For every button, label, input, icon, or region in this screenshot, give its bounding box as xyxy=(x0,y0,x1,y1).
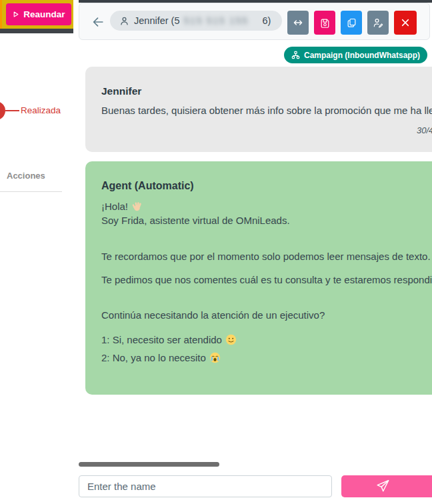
message-line: 1: Si, necesito ser atendido xyxy=(101,333,432,347)
arrow-left-icon xyxy=(91,15,105,29)
message-author: Agent (Automatic) xyxy=(101,180,432,192)
sitemap-icon xyxy=(291,51,300,59)
agent-message-bubble: Agent (Automatic) ¡Hola! Soy Frida, asis… xyxy=(85,161,432,395)
message-text: ¡Hola! xyxy=(101,199,128,213)
actions-section-label: Acciones xyxy=(7,171,45,181)
contact-name: Jennifer (5 xyxy=(134,15,180,26)
message-text: Te recordamos que por el momento solo po… xyxy=(101,249,432,263)
campaign-badge: Campaign (InboundWhatsapp) xyxy=(284,47,427,63)
whatsapp-conversation-view: Reaundar Realizada Acciones Jennifer (55… xyxy=(0,0,432,504)
status-timeline-dot xyxy=(0,101,5,120)
message-text: 1: Si, necesito ser atendido xyxy=(101,333,222,347)
send-button[interactable] xyxy=(341,475,432,497)
status-timeline-connector xyxy=(5,110,19,111)
message-line: Continúa necesitando la atención de un e… xyxy=(101,308,432,322)
message-text: Te pedimos que nos comentes cuál es tu c… xyxy=(101,273,432,287)
message-text: 2: No, ya no lo necesito xyxy=(101,351,206,365)
message-line: 2: No, ya no lo necesito xyxy=(101,351,432,365)
horizontal-scrollbar[interactable] xyxy=(79,462,219,467)
masked-phone-number: 515 515 155 xyxy=(184,15,259,26)
play-icon xyxy=(12,11,19,18)
back-button[interactable] xyxy=(90,15,106,31)
contact-chip[interactable]: Jennifer (5515 515 1556) xyxy=(110,11,282,31)
message-line: Te pedimos que nos comentes cuál es tu c… xyxy=(101,273,432,287)
message-timestamp: 30/4 xyxy=(417,125,432,135)
waving-hand-emoji xyxy=(131,201,143,212)
paper-plane-icon xyxy=(375,479,390,493)
save-button[interactable] xyxy=(314,11,335,35)
left-panel-dark-divider xyxy=(0,29,73,33)
message-author: Jennifer xyxy=(101,85,432,97)
chat-header: Jennifer (5515 515 1556) xyxy=(79,3,430,40)
message-line: ¡Hola! xyxy=(101,199,432,213)
actions-divider xyxy=(0,191,62,192)
resume-button-label: Reaundar xyxy=(23,9,65,19)
loudly-crying-emoji xyxy=(209,352,221,363)
close-icon xyxy=(400,17,411,28)
resume-button[interactable]: Reaundar xyxy=(6,3,71,25)
edit-agent-button[interactable] xyxy=(367,11,389,35)
user-edit-icon xyxy=(372,17,384,29)
message-line: Soy Frida, asistente virtual de OMniLead… xyxy=(101,213,432,227)
transfer-button[interactable] xyxy=(287,11,309,35)
message-text: Continúa necesitando la atención de un e… xyxy=(101,308,325,322)
left-right-arrows-icon xyxy=(292,17,304,29)
slightly-smiling-emoji xyxy=(225,334,237,345)
campaign-badge-label: Campaign (InboundWhatsapp) xyxy=(304,51,420,60)
copy-pages-icon xyxy=(346,17,357,29)
message-text: Soy Frida, asistente virtual de OMniLead… xyxy=(101,213,290,227)
message-line: Te recordamos que por el momento solo po… xyxy=(101,249,432,263)
close-button[interactable] xyxy=(394,11,417,35)
contact-name-suffix: 6) xyxy=(263,15,271,26)
customer-message-bubble: Jennifer Buenas tardes, quisiera obtener… xyxy=(85,67,432,152)
person-icon xyxy=(119,15,130,27)
copy-button[interactable] xyxy=(341,11,362,35)
name-input[interactable] xyxy=(79,475,332,497)
message-text: Buenas tardes, quisiera obtener más info… xyxy=(101,103,432,117)
status-label-realizada: Realizada xyxy=(21,105,61,115)
floppy-save-icon xyxy=(319,17,331,29)
